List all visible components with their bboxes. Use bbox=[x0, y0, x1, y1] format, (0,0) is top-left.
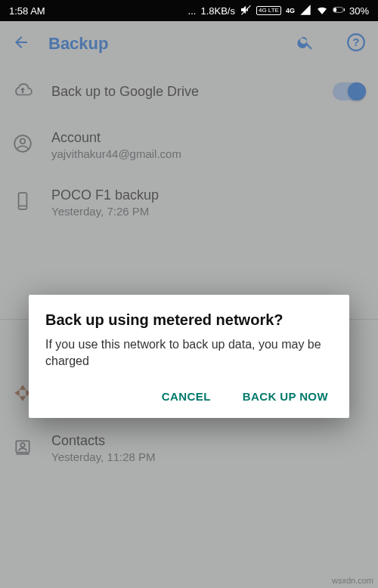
page-title: Backup bbox=[48, 34, 108, 54]
row-account[interactable]: Account yajvithakur44@gmail.com bbox=[0, 116, 378, 174]
row-device-backup[interactable]: POCO F1 backup Yesterday, 7:26 PM bbox=[0, 174, 378, 231]
backup-toggle[interactable] bbox=[333, 82, 366, 101]
status-data-rate: 1.8KB/s bbox=[200, 5, 235, 17]
lte-badge: 4G LTE bbox=[256, 6, 281, 15]
battery-percent: 30% bbox=[349, 5, 369, 17]
search-button[interactable] bbox=[296, 33, 314, 54]
dialog-title: Back up using metered network? bbox=[45, 311, 333, 329]
status-bar: 1:58 AM ... 1.8KB/s 4G LTE 4G 30% bbox=[0, 0, 378, 21]
account-icon bbox=[13, 134, 33, 156]
svg-point-9 bbox=[20, 443, 24, 447]
metered-network-dialog: Back up using metered network? If you us… bbox=[29, 295, 349, 418]
signal-4g-icon: 4G bbox=[286, 7, 295, 14]
cloud-upload-icon bbox=[13, 80, 33, 103]
watermark: wsxdn.com bbox=[332, 576, 373, 585]
row-title: Contacts bbox=[51, 433, 366, 449]
contacts-icon bbox=[13, 437, 33, 460]
signal-icon bbox=[299, 4, 311, 18]
status-time: 1:58 AM bbox=[9, 5, 45, 17]
row-subtitle: yajvithakur44@gmail.com bbox=[51, 147, 366, 160]
svg-rect-1 bbox=[333, 8, 336, 12]
help-button[interactable]: ? bbox=[346, 32, 366, 55]
row-subtitle: Yesterday, 7:26 PM bbox=[51, 205, 366, 218]
cancel-button[interactable]: CANCEL bbox=[157, 384, 215, 409]
status-network-dots: ... bbox=[188, 5, 197, 17]
row-contacts[interactable]: Contacts Yesterday, 11:28 PM bbox=[0, 419, 378, 477]
svg-text:?: ? bbox=[352, 36, 359, 48]
wifi-icon bbox=[316, 4, 328, 18]
svg-rect-2 bbox=[344, 8, 345, 11]
svg-point-5 bbox=[20, 139, 26, 144]
row-backup-to-drive[interactable]: Back up to Google Drive bbox=[0, 67, 378, 116]
row-title: POCO F1 backup bbox=[51, 187, 366, 203]
row-title: Account bbox=[51, 130, 366, 146]
row-title: Back up to Google Drive bbox=[51, 84, 314, 100]
app-bar: Backup ? bbox=[0, 21, 378, 67]
dialog-body: If you use this network to back up data,… bbox=[45, 336, 333, 369]
battery-icon bbox=[333, 4, 345, 18]
row-subtitle: Yesterday, 11:28 PM bbox=[51, 450, 366, 463]
back-button[interactable] bbox=[12, 33, 30, 54]
mute-icon bbox=[240, 4, 252, 18]
svg-rect-6 bbox=[19, 193, 27, 209]
phone-icon bbox=[13, 191, 33, 214]
backup-now-button[interactable]: BACK UP NOW bbox=[238, 384, 333, 409]
